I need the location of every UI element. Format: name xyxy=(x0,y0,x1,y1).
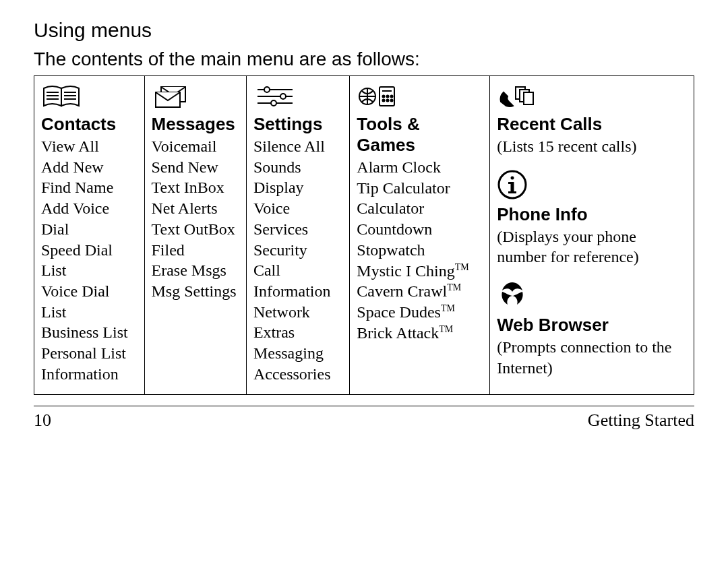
heading-web-browser: Web Browser xyxy=(497,315,687,336)
menu-table: Contacts View All Add New Find Name Add … xyxy=(34,75,694,395)
phone-history-icon xyxy=(497,83,540,110)
sliders-icon xyxy=(253,83,297,110)
heading-messages: Messages xyxy=(152,114,239,135)
list-item: Messaging xyxy=(253,343,342,364)
heading-contacts: Contacts xyxy=(41,114,138,135)
list-item: Countdown xyxy=(357,219,483,240)
list-item: Add Voice xyxy=(41,198,138,219)
list-tools-games: Alarm Clock Tip Calculator Calculator Co… xyxy=(357,157,483,343)
cell-messages: Messages Voicemail Send New Text InBox N… xyxy=(144,76,246,395)
list-item: Voicemail xyxy=(152,136,239,157)
svg-point-22 xyxy=(391,100,393,102)
cell-contacts: Contacts View All Add New Find Name Add … xyxy=(34,76,145,395)
list-item: Calculator xyxy=(357,198,483,219)
list-item: View All xyxy=(41,136,138,157)
list-item: Information xyxy=(41,364,138,385)
list-item: Stopwatch xyxy=(357,240,483,261)
page-number: 10 xyxy=(34,410,51,431)
list-item: Personal List xyxy=(41,343,138,364)
cell-right: Recent Calls (Lists 15 recent calls) Ph xyxy=(490,76,694,395)
svg-point-19 xyxy=(391,96,393,98)
svg-point-21 xyxy=(387,100,389,102)
svg-point-9 xyxy=(264,87,270,92)
list-item: Send New xyxy=(152,157,239,178)
list-item: Msg Settings xyxy=(152,281,239,302)
list-item: Information xyxy=(253,281,342,302)
svg-point-13 xyxy=(271,100,276,106)
chapter-title: Getting Started xyxy=(588,410,694,431)
info-icon xyxy=(497,169,528,200)
list-item: Accessories xyxy=(253,364,342,385)
list-item: Net Alerts xyxy=(152,198,239,219)
list-item: Text OutBox xyxy=(152,219,239,240)
list-item: Display xyxy=(253,177,342,198)
intro-text: The contents of the main menu are as fol… xyxy=(34,49,694,70)
envelopes-icon xyxy=(152,83,195,110)
cell-settings: Settings Silence All Sounds Display Voic… xyxy=(246,76,349,395)
list-item: Sounds xyxy=(253,157,342,178)
heading-phone-info: Phone Info xyxy=(497,204,687,225)
globe-calc-icon xyxy=(357,83,400,110)
list-item: Silence All xyxy=(253,136,342,157)
svg-rect-25 xyxy=(524,92,533,104)
list-item: Cavern CrawlTM xyxy=(357,281,483,302)
svg-point-18 xyxy=(387,96,389,98)
list-item: Space DudesTM xyxy=(357,302,483,323)
list-item: Network xyxy=(253,302,342,323)
svg-point-27 xyxy=(511,176,514,179)
list-item: Mystic I ChingTM xyxy=(357,261,483,282)
list-item: Speed Dial xyxy=(41,240,138,261)
list-item: Find Name xyxy=(41,177,138,198)
section-title: Using menus xyxy=(34,19,694,42)
browser-swirl-icon xyxy=(497,280,528,311)
heading-settings: Settings xyxy=(253,114,342,135)
desc-web-browser: (Prompts connection to the Internet) xyxy=(497,337,687,378)
heading-tools-games: Tools & Games xyxy=(357,114,483,156)
list-item: Text InBox xyxy=(152,177,239,198)
list-settings: Silence All Sounds Display Voice Service… xyxy=(253,136,342,385)
list-item: List xyxy=(41,302,138,323)
svg-point-20 xyxy=(383,100,385,102)
list-item: Brick AttackTM xyxy=(357,323,483,344)
svg-rect-30 xyxy=(508,191,516,193)
desc-recent-calls: (Lists 15 recent calls) xyxy=(497,136,687,157)
list-contacts: View All Add New Find Name Add Voice Dia… xyxy=(41,136,138,385)
svg-point-17 xyxy=(383,96,385,98)
list-item: Voice xyxy=(253,198,342,219)
list-item: List xyxy=(41,260,138,281)
list-item: Erase Msgs xyxy=(152,260,239,281)
list-item: Alarm Clock xyxy=(357,157,483,178)
list-item: Filed xyxy=(152,240,239,261)
list-item: Business List xyxy=(41,322,138,343)
list-messages: Voicemail Send New Text InBox Net Alerts… xyxy=(152,136,239,302)
list-item: Services xyxy=(253,219,342,240)
list-item: Call xyxy=(253,260,342,281)
list-item: Tip Calculator xyxy=(357,178,483,199)
cell-tools-games: Tools & Games Alarm Clock Tip Calculator… xyxy=(350,76,490,395)
page-footer: 10 Getting Started xyxy=(34,406,694,431)
list-item: Dial xyxy=(41,219,138,240)
heading-recent-calls: Recent Calls xyxy=(497,114,687,135)
list-item: Voice Dial xyxy=(41,281,138,302)
svg-point-11 xyxy=(280,94,286,99)
list-item: Add New xyxy=(41,157,138,178)
list-item: Extras xyxy=(253,322,342,343)
list-item: Security xyxy=(253,240,342,261)
svg-rect-29 xyxy=(508,182,514,184)
desc-phone-info: (Displays your phone number for referenc… xyxy=(497,226,687,268)
book-icon xyxy=(41,83,84,110)
